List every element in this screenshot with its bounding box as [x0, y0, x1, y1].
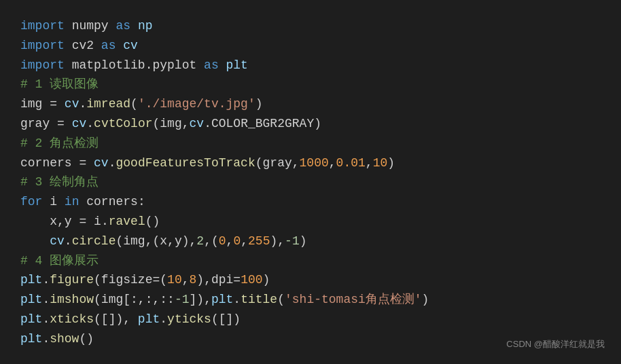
code-line-14: plt.figure(figsize=(10,8),dpi=100): [20, 270, 601, 290]
code-line-10: for i in corners:: [20, 192, 601, 212]
code-line-5: img = cv.imread('./image/tv.jpg'): [20, 94, 601, 114]
code-line-13: # 4 图像展示: [20, 251, 601, 271]
code-line-12: cv.circle(img,(x,y),2,(0,0,255),-1): [20, 232, 601, 251]
code-line-16: plt.xticks([]), plt.yticks([]): [20, 310, 601, 329]
code-line-4: # 1 读取图像: [20, 75, 601, 94]
code-line-6: gray = cv.cvtColor(img,cv.COLOR_BGR2GRAY…: [20, 114, 601, 134]
code-line-8: corners = cv.goodFeaturesToTrack(gray,10…: [20, 153, 601, 173]
code-line-2: import cv2 as cv: [20, 36, 601, 56]
watermark: CSDN @醋酸洋红就是我: [506, 338, 605, 352]
code-line-11: x,y = i.ravel(): [20, 212, 601, 232]
code-line-3: import matplotlib.pyplot as plt: [20, 56, 601, 75]
code-line-15: plt.imshow(img[:,:,::-1]),plt.title('shi…: [20, 290, 601, 310]
code-line-9: # 3 绘制角点: [20, 172, 601, 192]
code-line-1: import numpy as np: [20, 16, 601, 36]
code-block: import numpy as np import cv2 as cv impo…: [0, 0, 621, 364]
code-line-7: # 2 角点检测: [20, 134, 601, 153]
